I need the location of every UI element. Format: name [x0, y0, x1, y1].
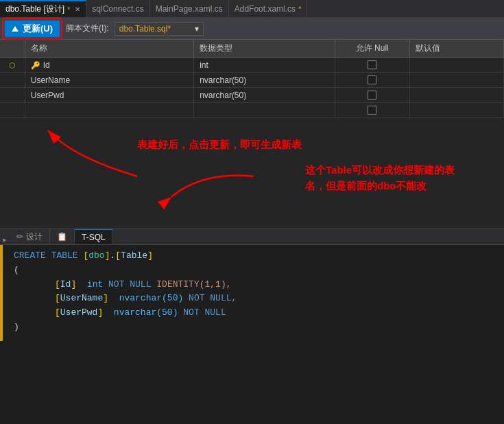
row-indicator — [0, 73, 25, 88]
not-null-kw1: NOT NULL — [108, 278, 151, 292]
field-null[interactable] — [335, 103, 410, 118]
bracket-open: [ — [83, 249, 88, 263]
paren-open: ( — [14, 263, 19, 278]
table-designer: 名称 数据类型 允许 Null 默认值 ⬡ 🔑Id int UserName — [0, 40, 504, 118]
row-indicator — [0, 103, 25, 118]
checkbox-null[interactable] — [368, 60, 376, 69]
update-button[interactable]: 更新(U) — [4, 20, 60, 38]
col-header-default: 默认值 — [410, 40, 504, 58]
sql-line-1: CREATE TABLE [dbo].[Table] — [8, 249, 504, 263]
field-default[interactable] — [410, 73, 504, 88]
table-name-sql: Table — [121, 249, 147, 263]
tab-label: dbo.Table [设计] — [5, 3, 64, 15]
col-bracket: [ — [55, 306, 60, 320]
row-indicator — [0, 88, 25, 103]
kw-create: CREATE — [14, 249, 46, 263]
modified-indicator: * — [298, 5, 301, 13]
username-col: UserName — [60, 292, 103, 306]
sql-line-4: [UserName] nvarchar(50) NOT NULL, — [8, 292, 504, 306]
sql-editor[interactable]: CREATE TABLE [dbo].[Table] ( [Id] int NO… — [0, 245, 504, 341]
field-type[interactable]: nvarchar(50) — [194, 73, 335, 88]
bracket-open2: [ — [115, 249, 121, 263]
close-icon[interactable]: ✕ — [75, 5, 80, 13]
field-name[interactable]: 🔑Id — [25, 58, 193, 73]
username-type: nvarchar(50) — [119, 292, 184, 306]
field-name[interactable] — [25, 103, 193, 118]
userpwd-type: nvarchar(50) — [114, 306, 178, 320]
kw-table: TABLE — [51, 249, 78, 263]
col-bracket2: ] — [71, 278, 76, 292]
schema-dbo: dbo — [88, 249, 104, 263]
arrow-2-svg — [0, 156, 343, 238]
field-default[interactable] — [410, 58, 504, 73]
userpwd-col: UserPwd — [60, 306, 98, 320]
not-null-kw2: NOT NULL, — [189, 292, 237, 306]
table-row[interactable]: UserPwd nvarchar(50) — [0, 88, 504, 103]
key-indicator: ⬡ — [0, 58, 25, 73]
design-area: 名称 数据类型 允许 Null 默认值 ⬡ 🔑Id int UserName — [0, 40, 504, 118]
script-file: dbo.Table.sql* — [119, 24, 171, 34]
key-icon: 🔑 — [31, 61, 40, 70]
tab-label: AddFoot.xaml.cs — [235, 4, 296, 14]
annotation-text-2: 这个Table可以改成你想新建的表 名，但是前面的dbo不能改 — [305, 163, 490, 193]
table-row[interactable]: ⬡ 🔑Id int — [0, 58, 504, 73]
field-null[interactable] — [335, 73, 410, 88]
toolbar: 更新(U) 脚本文件(I): dbo.Table.sql* ▾ — [0, 18, 504, 40]
modified-indicator: * — [67, 5, 70, 14]
ide-window: dbo.Table [设计] * ✕ sqlConnect.cs MainPag… — [0, 0, 504, 341]
sql-line-2: ( — [8, 263, 504, 278]
sql-line-5: [UserPwd] nvarchar(50) NOT NULL — [8, 306, 504, 320]
tab-sqlconnect[interactable]: sqlConnect.cs — [86, 0, 149, 17]
checkbox-null[interactable] — [368, 91, 376, 99]
col-indicator — [0, 40, 25, 58]
tab-mainpage[interactable]: MainPage.xaml.cs — [150, 0, 229, 17]
col-bracket2: ] — [97, 306, 103, 320]
paren-close: ) — [14, 320, 19, 335]
field-name[interactable]: UserName — [25, 73, 193, 88]
annotation-text-1: 表建好后，点击更新，即可生成新表 — [137, 139, 302, 152]
col-bracket: [ — [55, 278, 60, 292]
tab-label: MainPage.xaml.cs — [156, 4, 223, 14]
sql-area-wrapper: CREATE TABLE [dbo].[Table] ( [Id] int NO… — [0, 245, 504, 341]
field-default[interactable] — [410, 88, 504, 103]
checkbox-null[interactable] — [368, 106, 376, 115]
yellow-bar — [0, 245, 3, 341]
tab-label: sqlConnect.cs — [92, 4, 143, 14]
field-name[interactable]: UserPwd — [25, 88, 193, 103]
script-dropdown[interactable]: dbo.Table.sql* ▾ — [115, 22, 204, 36]
identity-val: IDENTITY(1,1), — [156, 278, 231, 292]
field-type[interactable]: nvarchar(50) — [194, 88, 335, 103]
dropdown-arrow-icon: ▾ — [195, 24, 199, 34]
col-header-null: 允许 Null — [335, 40, 410, 58]
col-bracket: [ — [55, 292, 60, 306]
id-col: Id — [60, 278, 71, 292]
tab-bar: dbo.Table [设计] * ✕ sqlConnect.cs MainPag… — [0, 0, 504, 18]
bottom-panel: ▸ ✏ 设计 📋 T-SQL CREATE TABLE [dbo].[Table… — [0, 228, 504, 341]
col-header-type: 数据类型 — [194, 40, 335, 58]
update-label: 更新(U) — [23, 23, 53, 35]
field-type[interactable] — [194, 103, 335, 118]
tab-addfoot[interactable]: AddFoot.xaml.cs * — [229, 0, 308, 17]
script-label: 脚本文件(I): — [66, 23, 109, 34]
col-bracket2: ] — [103, 292, 108, 306]
arrow-up-icon — [12, 26, 19, 32]
not-null-kw3: NOT NULL — [183, 306, 226, 320]
col-header-name: 名称 — [25, 40, 193, 58]
tab-dbo-table[interactable]: dbo.Table [设计] * ✕ — [0, 0, 86, 17]
field-null[interactable] — [335, 88, 410, 103]
field-type[interactable]: int — [194, 58, 335, 73]
table-row[interactable] — [0, 103, 504, 118]
field-default[interactable] — [410, 103, 504, 118]
field-null[interactable] — [335, 58, 410, 73]
sql-line-6: ) — [8, 320, 504, 335]
checkbox-null[interactable] — [368, 75, 376, 84]
id-type: int — [87, 278, 103, 292]
bracket-close: ] — [105, 249, 110, 263]
annotation-area: 表建好后，点击更新，即可生成新表 这个Table可以改成你想新建的表 名，但是前… — [0, 118, 504, 228]
bracket-close2: ] — [147, 249, 153, 263]
sql-line-3: [Id] int NOT NULL IDENTITY(1,1), — [8, 278, 504, 292]
table-row[interactable]: UserName nvarchar(50) — [0, 73, 504, 88]
